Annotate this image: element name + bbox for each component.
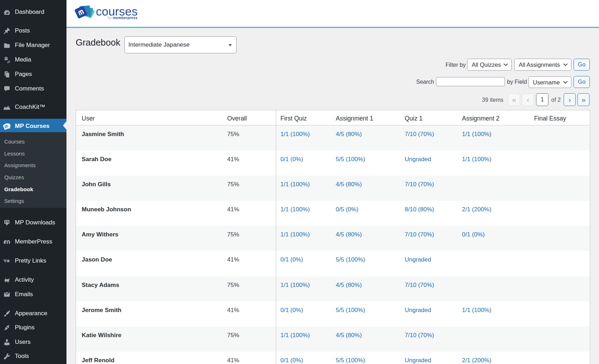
svg-text:by memberpress: by memberpress [107, 16, 138, 20]
